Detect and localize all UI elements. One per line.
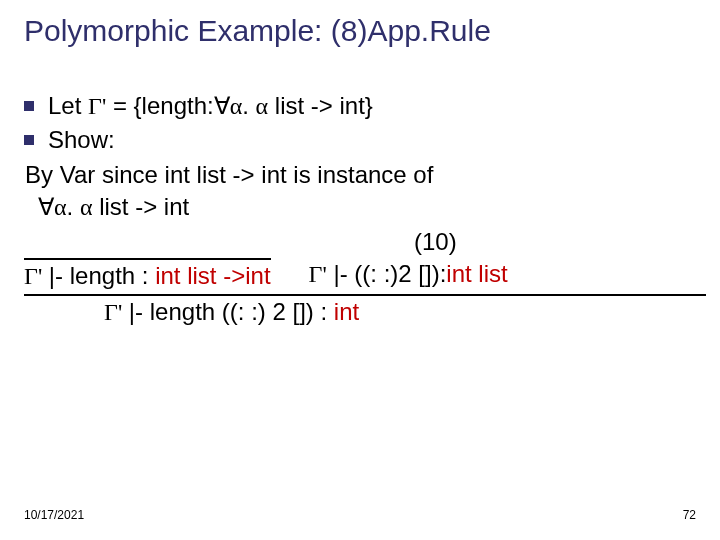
gamma-prime: Γ' (24, 263, 42, 289)
gamma-prime: Γ' (88, 93, 106, 119)
kw-intlist-arrow-int: int list ->int (155, 262, 270, 289)
alpha-sym: α (230, 93, 243, 119)
t: . (67, 193, 80, 220)
premise-left: Γ' |- length : int list ->int (24, 258, 271, 292)
conclusion: Γ' |- length ((: :) 2 []) : int (24, 294, 706, 328)
t: . (242, 92, 255, 119)
line-forall-type: ∀α. α list -> int (38, 191, 706, 223)
footer-page-number: 72 (683, 508, 696, 522)
premises: Γ' |- length : int list ->int Γ' |- ((: … (24, 258, 706, 292)
alpha-sym: α (256, 93, 269, 119)
t: |- ((: :)2 []): (327, 260, 447, 287)
rule-label-10: (10) (24, 226, 706, 258)
gamma-prime: Γ' (104, 299, 122, 325)
premise-right: Γ' |- ((: :)2 []):int list (309, 258, 508, 292)
t: Let (48, 92, 88, 119)
bullet-show: Show: (24, 124, 706, 156)
t: list -> int} (268, 92, 373, 119)
forall-sym: ∀ (214, 93, 230, 119)
t: |- length : (42, 262, 155, 289)
alpha-sym: α (80, 194, 93, 220)
slide: Polymorphic Example: (8)App.Rule Let Γ' … (0, 0, 720, 540)
alpha-sym: α (54, 194, 67, 220)
t: list -> int (93, 193, 190, 220)
slide-title: Polymorphic Example: (8)App.Rule (24, 14, 696, 48)
bullet-icon (24, 135, 34, 145)
line-byvar: By Var since int list -> int is instance… (25, 159, 706, 191)
forall-sym: ∀ (38, 194, 54, 220)
t: = {length: (106, 92, 213, 119)
kw-int: int (334, 298, 359, 325)
bullet-show-text: Show: (48, 124, 115, 156)
slide-body: Let Γ' = {length:∀α. α list -> int} Show… (24, 90, 706, 329)
bullet-icon (24, 101, 34, 111)
t: |- length ((: :) 2 []) : (122, 298, 334, 325)
bullet-let: Let Γ' = {length:∀α. α list -> int} (24, 90, 706, 122)
kw-intlist: int list (446, 260, 507, 287)
bullet-let-text: Let Γ' = {length:∀α. α list -> int} (48, 90, 373, 122)
gamma-prime: Γ' (309, 261, 327, 287)
footer-date: 10/17/2021 (24, 508, 84, 522)
